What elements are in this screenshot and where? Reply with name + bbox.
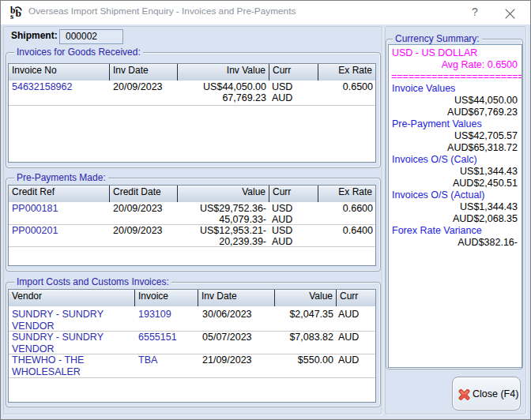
svg-text:s: s bbox=[10, 12, 13, 20]
svg-text:b: b bbox=[16, 7, 22, 19]
